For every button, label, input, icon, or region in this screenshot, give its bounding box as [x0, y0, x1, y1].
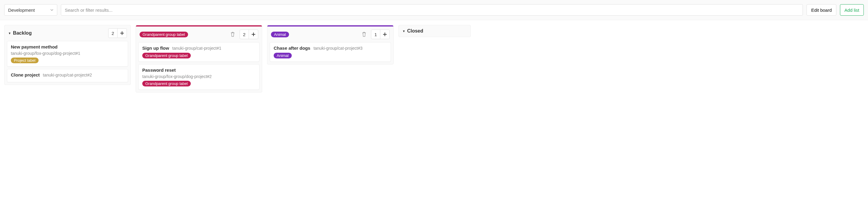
edit-board-button[interactable]: Edit board [807, 4, 836, 16]
label-pill[interactable]: Animal [274, 53, 292, 59]
issue-card[interactable]: Password reset tanuki-group/fox-group/do… [138, 64, 259, 90]
column-grandparent: Grandparent group label 2 Sign up flow t… [135, 25, 262, 93]
trash-icon [230, 32, 235, 37]
trash-icon [362, 32, 366, 37]
card-title: Clone project [11, 72, 40, 77]
card-title: New payment method [11, 44, 58, 50]
column-animal: Animal 1 Chase after dogs tanuki-group/c… [267, 25, 394, 64]
column-header: ▼ Backlog 2 [4, 25, 130, 41]
add-card-button[interactable] [118, 29, 127, 38]
add-card-button[interactable] [249, 30, 258, 39]
column-label-pill[interactable]: Animal [271, 32, 289, 37]
card-reference: tanuki-group/fox-group/dog-project#1 [11, 51, 124, 56]
label-pill[interactable]: Project label [11, 58, 38, 63]
card-list: Sign up flow tanuki-group/cat-project#1 … [136, 42, 262, 92]
column-header: Grandparent group label 2 [136, 27, 262, 42]
issue-card[interactable]: Sign up flow tanuki-group/cat-project#1 … [138, 42, 259, 62]
delete-column-button[interactable] [228, 30, 237, 39]
column-title-toggle[interactable]: ▼ Backlog [8, 30, 32, 36]
card-reference: tanuki-group/cat-project#2 [43, 73, 92, 77]
column-count-box: 2 [240, 30, 258, 39]
column-count: 2 [108, 29, 118, 38]
card-title: Chase after dogs [274, 45, 310, 51]
delete-column-button[interactable] [360, 30, 369, 39]
column-title: Backlog [13, 30, 32, 36]
search-input[interactable] [61, 4, 803, 16]
column-count-box: 2 [108, 28, 127, 38]
issue-card[interactable]: Chase after dogs tanuki-group/cat-projec… [270, 42, 391, 62]
issue-card[interactable]: New payment method tanuki-group/fox-grou… [7, 41, 128, 67]
column-closed: ▼ Closed [398, 25, 471, 37]
column-header: ▼ Closed [399, 25, 470, 37]
label-pill[interactable]: Grandparent group label [142, 53, 191, 59]
card-title: Sign up flow [142, 45, 169, 51]
add-card-button[interactable] [380, 30, 390, 39]
card-list: New payment method tanuki-group/fox-grou… [4, 41, 130, 85]
add-list-button[interactable]: Add list [840, 4, 864, 16]
chevron-down-icon [50, 9, 53, 11]
issue-card[interactable]: Clone project tanuki-group/cat-project#2 [7, 69, 128, 82]
column-title-toggle[interactable]: ▼ Closed [402, 28, 423, 34]
toolbar: Development Edit board Add list [0, 0, 868, 20]
board-select-value: Development [8, 7, 35, 13]
column-count-box: 1 [371, 30, 390, 39]
column-title: Closed [407, 28, 423, 34]
label-pill[interactable]: Grandparent group label [142, 81, 191, 87]
column-backlog: ▼ Backlog 2 New payment method tanuki-gr… [4, 25, 131, 85]
card-reference: tanuki-group/fox-group/dog-project#2 [142, 74, 255, 79]
caret-down-icon: ▼ [402, 30, 405, 33]
column-header: Animal 1 [267, 27, 393, 42]
column-label-pill[interactable]: Grandparent group label [140, 32, 188, 37]
card-list: Chase after dogs tanuki-group/cat-projec… [267, 42, 393, 64]
caret-down-icon: ▼ [8, 32, 11, 35]
board-columns: ▼ Backlog 2 New payment method tanuki-gr… [0, 20, 868, 97]
column-count: 1 [371, 30, 380, 39]
card-reference: tanuki-group/cat-project#3 [313, 46, 363, 51]
board-select[interactable]: Development [4, 4, 57, 16]
card-reference: tanuki-group/cat-project#1 [173, 46, 221, 51]
column-count: 2 [240, 30, 249, 39]
card-title: Password reset [142, 67, 176, 73]
